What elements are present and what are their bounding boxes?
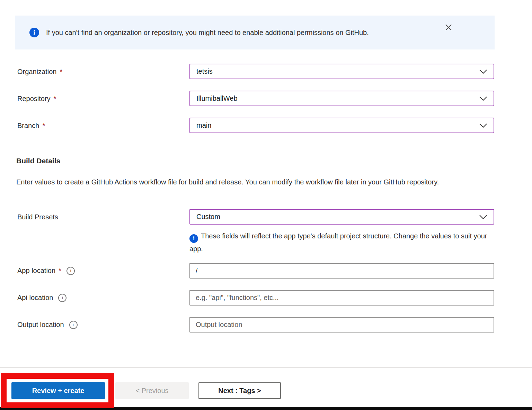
organization-label: Organization * [17, 67, 62, 75]
api-location-row: Api location i [0, 290, 532, 306]
api-location-input[interactable] [189, 290, 494, 306]
info-icon: i [69, 321, 78, 329]
output-location-label-text: Output location [17, 321, 64, 329]
previous-button[interactable]: < Previous [115, 382, 189, 399]
info-icon-glyph: i [70, 268, 71, 274]
build-presets-value: Custom [196, 213, 479, 221]
review-create-button[interactable]: Review + create [11, 382, 105, 399]
build-presets-label-text: Build Presets [17, 213, 58, 221]
app-location-label: App location * i [17, 267, 75, 275]
app-location-input[interactable] [189, 263, 494, 279]
branch-label-text: Branch [17, 121, 39, 129]
bottom-black-bar [0, 407, 532, 410]
x-icon [444, 23, 453, 32]
info-icon-glyph: i [73, 322, 74, 328]
build-details-description: Enter values to create a GitHub Actions … [16, 176, 498, 188]
info-icon-glyph: i [33, 29, 35, 36]
chevron-down-icon [479, 96, 487, 101]
next-tags-button[interactable]: Next : Tags > [198, 382, 281, 399]
build-details-heading: Build Details [16, 157, 60, 165]
required-asterisk: * [59, 267, 61, 275]
app-location-row: App location * i [0, 263, 532, 279]
organization-dropdown[interactable]: tetsis [189, 64, 494, 79]
required-asterisk: * [42, 121, 45, 129]
organization-value: tetsis [196, 67, 479, 75]
info-icon-glyph: i [62, 295, 63, 301]
info-icon: i [29, 28, 39, 37]
api-location-label-text: Api location [17, 294, 53, 302]
presets-note: iThese fields will reflect the app type'… [189, 230, 494, 255]
chevron-down-icon [479, 123, 487, 128]
output-location-label: Output location i [17, 321, 78, 329]
footer-divider [0, 367, 532, 368]
info-icon: i [58, 294, 66, 302]
create-static-web-app-form: i If you can't find an organization or r… [0, 0, 532, 410]
repository-label-text: Repository [17, 94, 51, 102]
banner-text: If you can't find an organization or rep… [46, 29, 369, 37]
close-icon[interactable] [443, 22, 454, 33]
presets-note-text: These fields will reflect the app type's… [189, 232, 487, 253]
required-asterisk: * [60, 67, 62, 75]
branch-dropdown[interactable]: main [189, 118, 494, 133]
info-icon-glyph: i [193, 233, 194, 244]
organization-label-text: Organization [17, 67, 56, 75]
branch-label: Branch * [17, 121, 45, 129]
branch-row: Branch * main [0, 118, 532, 133]
build-presets-dropdown[interactable]: Custom [189, 209, 494, 225]
info-icon: i [189, 234, 198, 243]
required-asterisk: * [54, 94, 56, 102]
chevron-down-icon [479, 215, 487, 219]
output-location-input[interactable] [189, 317, 494, 332]
repository-value: IllumiballWeb [196, 94, 479, 102]
organization-row: Organization * tetsis [0, 64, 532, 79]
github-permissions-banner: i If you can't find an organization or r… [15, 16, 495, 49]
info-icon: i [66, 267, 75, 275]
repository-dropdown[interactable]: IllumiballWeb [189, 91, 494, 106]
app-location-label-text: App location [17, 267, 55, 275]
build-presets-label: Build Presets [17, 213, 58, 221]
repository-label: Repository * [17, 94, 56, 102]
chevron-down-icon [479, 69, 487, 74]
output-location-row: Output location i [0, 317, 532, 332]
build-presets-row: Build Presets Custom [0, 209, 532, 225]
api-location-label: Api location i [17, 294, 66, 302]
repository-row: Repository * IllumiballWeb [0, 91, 532, 106]
branch-value: main [196, 121, 479, 129]
